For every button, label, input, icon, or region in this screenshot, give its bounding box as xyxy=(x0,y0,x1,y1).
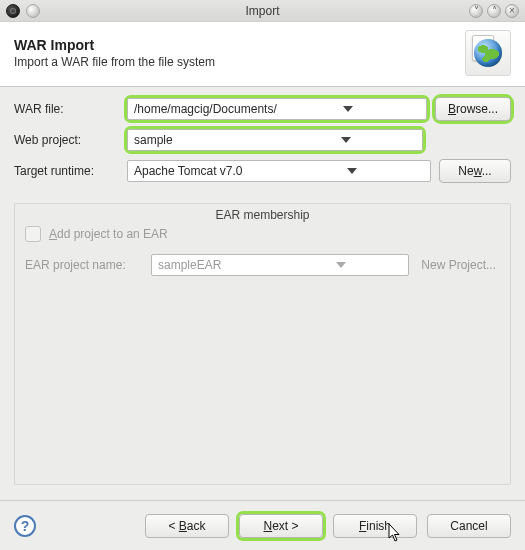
war-file-combo[interactable]: /home/magcig/Documents/sample.war xyxy=(127,98,427,120)
help-icon[interactable]: ? xyxy=(14,515,36,537)
window-title: Import xyxy=(0,4,525,18)
close-icon[interactable]: × xyxy=(505,4,519,18)
new-project-button: New Project... xyxy=(417,258,500,272)
war-file-value: /home/magcig/Documents/sample.war xyxy=(134,102,277,116)
add-to-ear-checkbox[interactable] xyxy=(25,226,41,242)
web-project-label: Web project: xyxy=(14,133,119,147)
ear-membership-title: EAR membership xyxy=(15,208,510,222)
web-project-value: sample xyxy=(134,133,275,147)
chevron-down-icon xyxy=(280,262,402,268)
ear-project-name-value: sampleEAR xyxy=(158,258,280,272)
ear-membership-group: EAR membership Add project to an EAR EAR… xyxy=(14,203,511,485)
back-button[interactable]: < Back xyxy=(145,514,229,538)
minimize-icon[interactable]: ˅ xyxy=(469,4,483,18)
chevron-down-icon xyxy=(275,137,416,143)
chevron-down-icon xyxy=(277,106,420,112)
next-button[interactable]: Next > xyxy=(239,514,323,538)
wizard-banner: WAR Import Import a WAR file from the fi… xyxy=(0,22,525,87)
app-menu-icon[interactable] xyxy=(6,4,20,18)
war-file-label: WAR file: xyxy=(14,102,119,116)
add-to-ear-label: Add project to an EAR xyxy=(49,227,168,241)
war-import-icon xyxy=(465,30,511,76)
maximize-icon[interactable]: ˄ xyxy=(487,4,501,18)
cancel-button[interactable]: Cancel xyxy=(427,514,511,538)
ear-project-name-combo: sampleEAR xyxy=(151,254,409,276)
target-runtime-label: Target runtime: xyxy=(14,164,119,178)
web-project-combo[interactable]: sample xyxy=(127,129,423,151)
finish-button[interactable]: Finish xyxy=(333,514,417,538)
target-runtime-combo[interactable]: Apache Tomcat v7.0 xyxy=(127,160,431,182)
ear-project-name-label: EAR project name: xyxy=(25,258,143,272)
form-area: WAR file: /home/magcig/Documents/sample.… xyxy=(0,87,525,195)
new-runtime-button[interactable]: New... xyxy=(439,159,511,183)
target-runtime-value: Apache Tomcat v7.0 xyxy=(134,164,279,178)
titlebar-button[interactable] xyxy=(26,4,40,18)
chevron-down-icon xyxy=(279,168,424,174)
wizard-footer: ? < Back Next > Finish Cancel xyxy=(0,500,525,550)
browse-button[interactable]: Browse... xyxy=(435,97,511,121)
titlebar: Import ˅ ˄ × xyxy=(0,0,525,22)
banner-subheading: Import a WAR file from the file system xyxy=(14,55,465,69)
banner-heading: WAR Import xyxy=(14,37,465,53)
browse-label-rest: rowse... xyxy=(456,102,498,116)
